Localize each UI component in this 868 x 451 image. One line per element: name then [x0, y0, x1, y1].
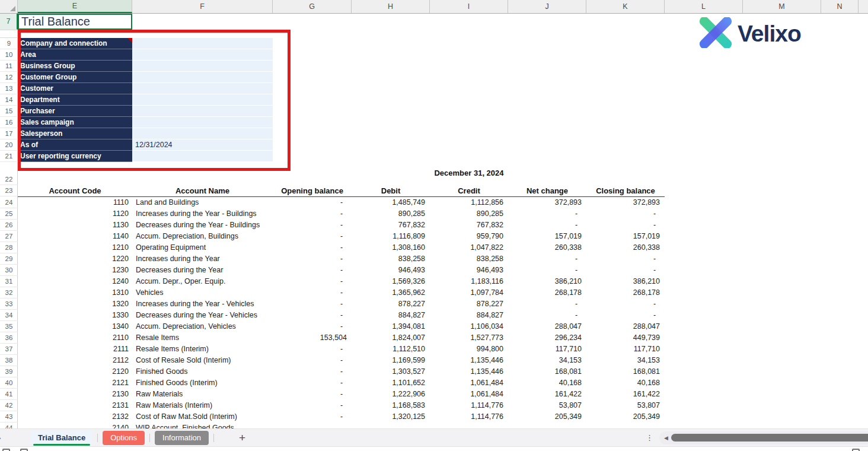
cell-net-change[interactable]: 268,178 [508, 287, 586, 298]
cell-net-change[interactable]: 157,019 [508, 231, 586, 242]
cell-net-change[interactable]: 260,338 [508, 242, 586, 253]
cell-account-name[interactable]: Increases during the Year - Buildings [132, 208, 273, 220]
cell-account-name[interactable]: Vehicles [132, 287, 273, 298]
cell-account-name[interactable]: Accum. Depreciation, Vehicles [132, 321, 273, 332]
header-credit[interactable]: Credit [430, 185, 508, 196]
parameter-value-cell[interactable] [132, 117, 273, 128]
cell-credit[interactable]: 838,258 [430, 253, 508, 265]
cell-credit[interactable]: 1,527,773 [430, 332, 508, 344]
cell-debit[interactable]: 1,116,809 [352, 231, 430, 242]
cell-debit[interactable]: 1,303,527 [352, 366, 430, 377]
cell-debit[interactable]: 1,101,652 [352, 377, 430, 389]
cell-account-code[interactable]: 2131 [18, 400, 132, 411]
row-header[interactable]: 26 [0, 220, 18, 231]
cell-opening-balance[interactable]: - [273, 366, 352, 377]
row-header[interactable]: 12 [0, 72, 18, 83]
cell-credit[interactable]: 1,061,484 [430, 377, 508, 389]
row-header[interactable]: 35 [0, 321, 18, 332]
cell-account-code[interactable]: 2111 [18, 344, 132, 355]
cell-credit[interactable]: 946,493 [430, 265, 508, 276]
cell-net-change[interactable]: 296,234 [508, 332, 586, 344]
cell-net-change[interactable]: - [508, 298, 586, 310]
row-header[interactable]: 38 [0, 355, 18, 366]
parameter-value-cell[interactable] [132, 49, 273, 61]
cell-net-change[interactable]: 34,153 [508, 355, 586, 366]
cell-account-code[interactable]: 2121 [18, 377, 132, 389]
header-debit[interactable]: Debit [352, 185, 430, 196]
cell-closing-balance[interactable]: - [586, 265, 665, 276]
cell-closing-balance[interactable]: 372,893 [586, 197, 665, 208]
report-date-header[interactable]: December 31, 2024 [430, 169, 508, 179]
row-header[interactable]: 14 [0, 94, 18, 106]
cell-debit[interactable]: 1,112,510 [352, 344, 430, 355]
row-header[interactable]: 33 [0, 298, 18, 310]
cell-account-code[interactable]: 1110 [18, 197, 132, 208]
row-header[interactable]: 20 [0, 139, 18, 151]
cell-opening-balance[interactable]: - [273, 287, 352, 298]
cell-net-change[interactable]: 372,893 [508, 197, 586, 208]
row-header[interactable]: 27 [0, 231, 18, 242]
cell-net-change[interactable]: 40,168 [508, 377, 586, 389]
parameter-value-cell[interactable] [132, 83, 273, 94]
cell-net-change[interactable]: - [508, 310, 586, 321]
column-header-F[interactable]: F [132, 0, 273, 13]
column-header-G[interactable]: G [273, 0, 352, 13]
cell-opening-balance[interactable]: - [273, 411, 352, 423]
column-header-N[interactable]: N [821, 0, 859, 13]
cell-closing-balance[interactable]: 386,210 [586, 276, 665, 287]
column-header-partial[interactable] [859, 0, 868, 13]
row-header[interactable]: 10 [0, 49, 18, 61]
row-header[interactable]: 13 [0, 83, 18, 94]
cell-account-code[interactable]: 2120 [18, 366, 132, 377]
cell-debit[interactable]: 1,824,007 [352, 332, 430, 344]
row-header[interactable]: 37 [0, 344, 18, 355]
cell-net-change[interactable]: - [508, 220, 586, 231]
row-header[interactable]: 36 [0, 332, 18, 344]
row-header[interactable]: 29 [0, 253, 18, 265]
row-header[interactable]: 31 [0, 276, 18, 287]
row-header[interactable]: 42 [0, 400, 18, 411]
view-mode-icon[interactable] [852, 449, 860, 451]
cell-debit[interactable]: 1,394,081 [352, 321, 430, 332]
cell-net-change[interactable]: 288,047 [508, 321, 586, 332]
cell-net-change[interactable]: 386,210 [508, 276, 586, 287]
parameter-label-cell[interactable]: Company and connection [18, 38, 132, 49]
cell-debit[interactable]: 1,168,583 [352, 400, 430, 411]
tab-options[interactable]: Options [103, 431, 145, 445]
row-header[interactable]: 34 [0, 310, 18, 321]
cell-debit[interactable]: 1,222,906 [352, 389, 430, 400]
parameter-label-cell[interactable]: As of [18, 139, 132, 151]
cell-closing-balance[interactable]: - [586, 220, 665, 231]
cell-account-name[interactable]: Finished Goods (Interim) [132, 377, 273, 389]
cell-credit[interactable]: 1,097,784 [430, 287, 508, 298]
cell-debit[interactable]: 1,485,749 [352, 197, 430, 208]
cell-account-name[interactable]: Decreases during the Year [132, 265, 273, 276]
row-header[interactable]: 25 [0, 208, 18, 220]
cell-debit[interactable]: 1,169,599 [352, 355, 430, 366]
cell-credit[interactable]: 994,800 [430, 344, 508, 355]
scroll-left-arrow-icon[interactable]: ◀ [664, 435, 668, 441]
row-header[interactable]: 15 [0, 106, 18, 117]
cell-account-code[interactable]: 2132 [18, 411, 132, 423]
row-header[interactable]: 40 [0, 377, 18, 389]
cell-debit[interactable]: 946,493 [352, 265, 430, 276]
cell-account-name[interactable]: Raw Materials (Interim) [132, 400, 273, 411]
cell-opening-balance[interactable]: - [273, 377, 352, 389]
cell-closing-balance[interactable]: 34,153 [586, 355, 665, 366]
sheet-view-icon[interactable] [2, 449, 10, 451]
row-header[interactable]: 30 [0, 265, 18, 276]
cell-account-code[interactable]: 1310 [18, 287, 132, 298]
cell-debit[interactable]: 890,285 [352, 208, 430, 220]
cell-account-name[interactable]: Operating Equipment [132, 242, 273, 253]
cell-credit[interactable]: 767,832 [430, 220, 508, 231]
cell-opening-balance[interactable]: - [273, 344, 352, 355]
parameter-label-cell[interactable]: User reporting currency [18, 151, 132, 162]
tab-information[interactable]: Information [155, 431, 209, 445]
cell-closing-balance[interactable]: 168,081 [586, 366, 665, 377]
cell-closing-balance[interactable]: 40,168 [586, 377, 665, 389]
cell-debit[interactable]: 1,308,160 [352, 242, 430, 253]
cell-credit[interactable]: 1,183,116 [430, 276, 508, 287]
column-header-M[interactable]: M [743, 0, 821, 13]
parameter-value-cell[interactable] [132, 151, 273, 162]
parameter-value-cell[interactable] [132, 61, 273, 72]
